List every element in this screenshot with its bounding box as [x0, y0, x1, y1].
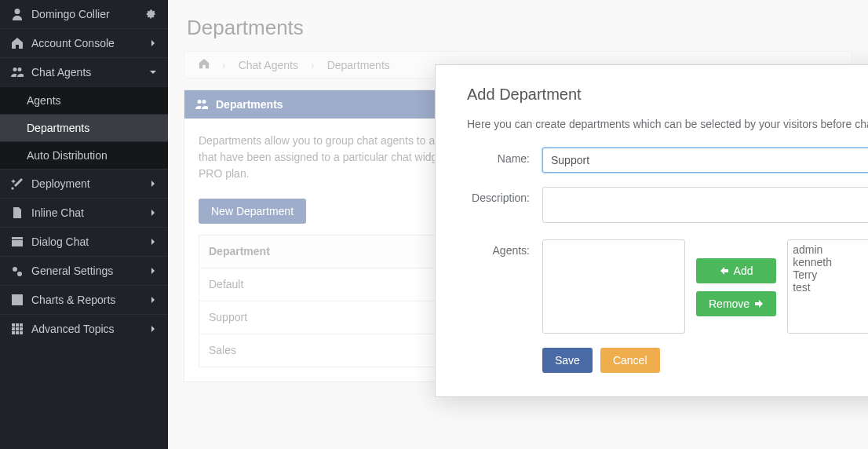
doc-icon — [11, 206, 24, 219]
sidebar-label: Inline Chat — [31, 206, 84, 219]
chart-icon — [11, 294, 24, 306]
chevron-right-icon — [149, 294, 157, 306]
sidebar-item-advanced-topics[interactable]: Advanced Topics — [0, 314, 168, 343]
label-agents: Agents: — [467, 239, 542, 257]
sidebar: Domingo Collier Account Console Chat Age… — [0, 0, 168, 449]
chevron-right-icon — [149, 323, 157, 335]
remove-btn-label: Remove — [709, 298, 749, 310]
sidebar-label: General Settings — [31, 265, 113, 277]
sidebar-item-chat-agents[interactable]: Chat Agents — [0, 57, 168, 86]
chevron-down-icon — [149, 66, 157, 78]
sidebar-subitem-departments[interactable]: Departments — [0, 114, 168, 141]
sidebar-label: Chat Agents — [31, 66, 91, 78]
chevron-right-icon — [149, 235, 157, 248]
description-input[interactable] — [542, 187, 868, 223]
sidebar-label: Advanced Topics — [31, 323, 115, 335]
users-icon — [11, 66, 24, 78]
remove-agent-button[interactable]: Remove — [696, 291, 776, 316]
list-item[interactable]: admin — [793, 243, 868, 256]
chevron-right-icon — [149, 206, 157, 219]
add-btn-label: Add — [734, 265, 753, 277]
sidebar-item-inline-chat[interactable]: Inline Chat — [0, 198, 168, 227]
selected-agents-list[interactable] — [542, 239, 685, 334]
sidebar-submenu-chat-agents: Agents Departments Auto Distribution — [0, 86, 168, 169]
list-item[interactable]: Terry — [793, 268, 868, 281]
sidebar-subitem-auto-distribution[interactable]: Auto Distribution — [0, 141, 168, 169]
sidebar-label: Charts & Reports — [31, 294, 115, 306]
chevron-right-icon — [149, 265, 157, 277]
modal-intro: Here you can create departments which ca… — [467, 118, 868, 130]
sidebar-label: Dialog Chat — [31, 235, 89, 248]
gears-icon — [11, 265, 24, 277]
user-icon — [11, 8, 24, 20]
sidebar-user-row[interactable]: Domingo Collier — [0, 0, 168, 28]
sidebar-user-name: Domingo Collier — [31, 8, 110, 20]
available-agents-list[interactable]: admin kenneth Terry test — [787, 239, 868, 334]
wand-icon — [11, 177, 24, 190]
home-icon — [11, 37, 24, 49]
sidebar-label: Account Console — [31, 37, 115, 49]
arrow-right-icon — [754, 299, 764, 308]
sidebar-item-charts-reports[interactable]: Charts & Reports — [0, 285, 168, 314]
sidebar-item-general-settings[interactable]: General Settings — [0, 256, 168, 285]
label-name: Name: — [467, 148, 542, 165]
gear-icon[interactable] — [144, 8, 157, 20]
list-item[interactable]: test — [793, 281, 868, 294]
save-button[interactable]: Save — [542, 348, 593, 373]
add-department-modal: X Add Department Here you can create dep… — [435, 64, 868, 397]
chevron-right-icon — [149, 37, 157, 49]
cancel-button[interactable]: Cancel — [600, 348, 660, 373]
grid-icon — [11, 323, 24, 335]
sidebar-item-account-console[interactable]: Account Console — [0, 28, 168, 57]
arrow-left-icon — [720, 266, 729, 276]
main-content: Departments › Chat Agents › Departments … — [168, 0, 868, 449]
sidebar-subitem-agents[interactable]: Agents — [0, 86, 168, 114]
sidebar-item-dialog-chat[interactable]: Dialog Chat — [0, 227, 168, 256]
sidebar-item-deployment[interactable]: Deployment — [0, 169, 168, 198]
window-icon — [11, 235, 24, 248]
label-description: Description: — [467, 187, 542, 204]
chevron-right-icon — [149, 177, 157, 190]
name-input[interactable] — [542, 148, 868, 173]
sidebar-label: Deployment — [31, 177, 90, 190]
add-agent-button[interactable]: Add — [696, 258, 776, 283]
modal-title: Add Department — [467, 86, 868, 104]
list-item[interactable]: kenneth — [793, 256, 868, 268]
